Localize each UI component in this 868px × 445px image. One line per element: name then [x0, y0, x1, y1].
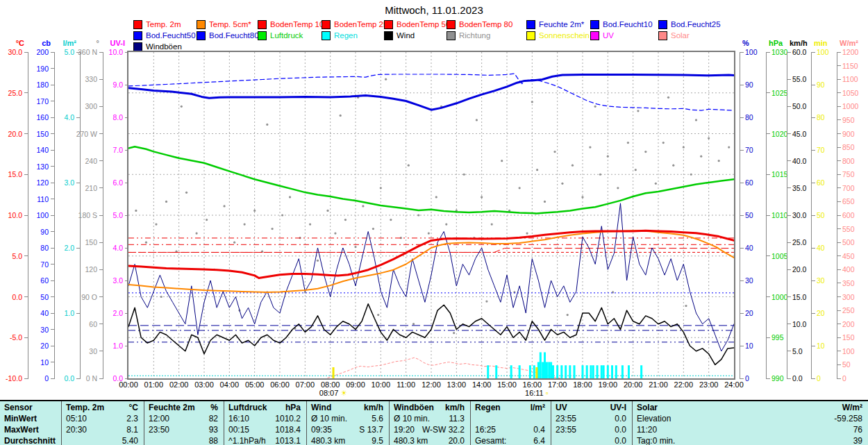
sunset-label-time: 16:11	[525, 389, 546, 397]
axis-tick-label: 200	[842, 321, 855, 328]
axis-tick-mark	[837, 324, 841, 324]
series-regen	[592, 365, 594, 378]
axis-tick-mark	[51, 101, 54, 101]
table-group-unit: UV-I	[610, 402, 626, 413]
legend-label: Regen	[334, 31, 358, 40]
table-cell-time: Ø 10 min.	[394, 413, 430, 424]
legend-label: Feuchte 2m*	[539, 20, 584, 28]
table-cell-value: 93	[209, 424, 218, 435]
series-richtung	[185, 192, 187, 194]
axis-tick-mark	[740, 85, 744, 85]
axis-tick-label: 40.0	[792, 158, 806, 165]
table-group-header: UVUV-I	[556, 402, 626, 413]
legend-swatch	[258, 31, 267, 40]
series-richtung	[281, 214, 283, 216]
sunrise-label-time: 08:07	[319, 389, 341, 397]
series-richtung	[544, 201, 546, 203]
series-richtung	[340, 115, 342, 117]
axis-tick-mark	[51, 264, 54, 265]
series-richtung	[589, 146, 591, 148]
legend-swatch	[384, 20, 393, 29]
series-richtung	[145, 242, 147, 244]
legend-item: Feuchte 2m*	[526, 19, 590, 30]
axis-tick-mark	[740, 346, 744, 346]
legend-swatch	[526, 31, 535, 40]
weather-chart-plot	[128, 52, 734, 378]
axis-tick-mark	[787, 351, 791, 351]
axis-tick-mark	[837, 296, 841, 297]
series-richtung	[344, 219, 347, 221]
axis-tick-label: 190	[16, 65, 49, 72]
table-row-label: MinWert	[4, 413, 56, 424]
series-richtung	[309, 223, 311, 225]
table-cell-row: 19:20W-SW 32.2	[394, 424, 465, 435]
series-richtung	[372, 228, 374, 230]
series-regen	[565, 365, 567, 378]
series-richtung	[362, 205, 364, 207]
series-regen	[519, 365, 521, 378]
series-richtung	[599, 174, 601, 176]
series-regen	[540, 352, 542, 378]
chart-legend: Temp. 2mTemp. 5cm*BodenTemp 10BodenTemp …	[133, 19, 735, 52]
axis-tick-mark	[837, 242, 841, 243]
series-regen	[544, 352, 546, 378]
axis-tick-label: 30.0	[792, 212, 806, 219]
table-cell-row: Ø 10 min.5.6	[311, 413, 383, 424]
legend-label: Solar	[671, 31, 690, 40]
axis-tick-label: 100	[16, 212, 49, 219]
series-regen	[590, 365, 592, 378]
legend-swatch	[133, 31, 142, 40]
table-header-sensor: Sensor	[4, 402, 56, 413]
series-regen	[628, 365, 630, 378]
series-richtung	[485, 300, 487, 302]
series-richtung	[377, 314, 379, 316]
axis-tick-mark	[24, 174, 28, 175]
series-regen	[574, 365, 576, 378]
legend-label: BodenTemp 80	[459, 20, 512, 28]
series-richtung	[408, 165, 410, 167]
axis-tick-label: 1000	[842, 103, 858, 110]
axis-tick-label: 995	[771, 334, 784, 341]
axis-tick-mark	[51, 85, 54, 85]
legend-item: Solar	[658, 30, 735, 41]
table-group-header: Temp. 2m°C	[66, 402, 138, 413]
axis-tick-label: 550	[842, 226, 855, 233]
series-regen	[529, 365, 531, 378]
axis-tick-mark	[787, 296, 791, 297]
table-group-windb-en: Windböenkm/hØ 10 min.11.319:20W-SW 32.24…	[389, 401, 470, 445]
axis-tick-label: 10	[817, 342, 825, 349]
legend-swatch	[526, 20, 535, 29]
page-title: Mittwoch, 11.01.2023	[0, 4, 868, 16]
axis-tick-mark	[812, 280, 815, 281]
axis-tick-label: 4.0	[90, 244, 123, 251]
axis-tick-mark	[767, 52, 770, 53]
table-cell-row: 88	[149, 435, 218, 445]
axis-tick-mark	[837, 215, 841, 216]
axis-tick-label: 100	[745, 49, 758, 56]
table-group-name: Regen	[475, 402, 501, 413]
axis-tick-label: 100	[842, 348, 855, 355]
axis-tick-label: 750	[842, 171, 855, 178]
axis-tick-mark	[787, 324, 791, 324]
table-cell-value: 1010.2	[275, 413, 301, 424]
table-cell-value: 2.3	[126, 413, 138, 424]
axis-tick-label: 1025	[771, 90, 787, 96]
axis-tick-label: 1000	[771, 294, 787, 301]
axis-tick-label: 60	[16, 277, 49, 284]
axis-tick-label: 850	[842, 144, 855, 151]
axis-tick-label: 1150	[842, 62, 858, 69]
series-richtung	[380, 187, 382, 189]
axis-tick-label: 15.0	[792, 294, 806, 301]
series-richtung	[463, 174, 465, 176]
axis-tick-label: 1200	[842, 49, 858, 56]
table-group-name: Windböen	[394, 402, 434, 413]
axis-tick-mark	[787, 242, 791, 243]
axis-tick-label: 30	[817, 277, 825, 284]
table-cell-row: 16:101010.2	[228, 413, 301, 424]
table-cell-time: ^1.1hPa/h	[228, 435, 266, 445]
axis-tick-mark	[767, 296, 770, 297]
table-cell-time: 20:30	[66, 424, 87, 435]
legend-swatch	[446, 20, 456, 29]
table-cell-time: 19:20	[394, 424, 415, 435]
axis-tick-label: 1.0	[90, 342, 123, 349]
